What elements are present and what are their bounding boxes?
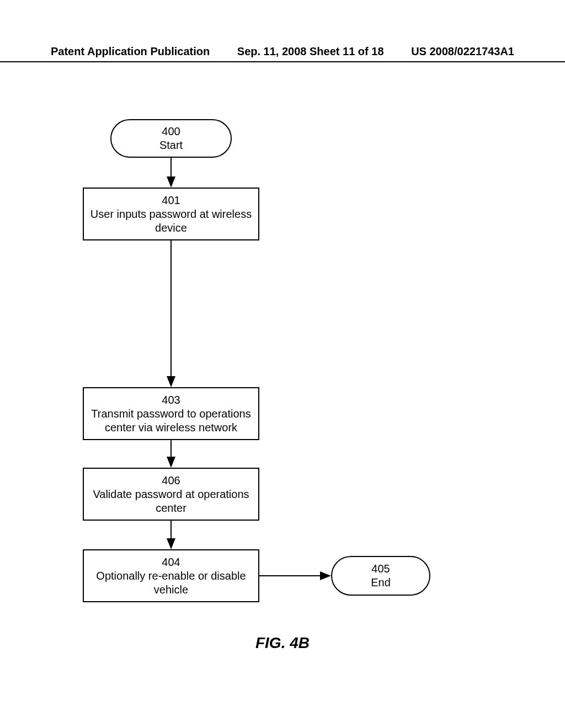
node-start-label: Start [159, 138, 183, 152]
node-step-403: 403 Transmit password to operations cent… [83, 387, 259, 440]
node-403-num: 403 [162, 393, 180, 407]
node-404-num: 404 [162, 555, 180, 569]
node-406-label: Validate password at operations center [84, 488, 258, 515]
node-404-label: Optionally re-enable or disable vehicle [84, 569, 258, 597]
node-401-label: User inputs password at wireless device [84, 207, 258, 235]
node-403-label: Transmit password to operations center v… [84, 407, 258, 435]
node-406-num: 406 [162, 474, 180, 488]
figure-label: FIG. 4B [0, 634, 565, 652]
node-step-404: 404 Optionally re-enable or disable vehi… [83, 549, 259, 602]
node-step-401: 401 User inputs password at wireless dev… [83, 188, 259, 240]
flowchart: 400 Start 401 User inputs password at wi… [0, 0, 565, 728]
node-end-num: 405 [371, 562, 390, 576]
node-end: 405 End [331, 556, 430, 596]
node-401-num: 401 [162, 194, 180, 207]
flow-arrows [0, 0, 565, 728]
node-start-num: 400 [162, 125, 180, 138]
node-step-406: 406 Validate password at operations cent… [83, 468, 259, 521]
node-start: 400 Start [110, 119, 232, 158]
node-end-label: End [371, 576, 391, 590]
